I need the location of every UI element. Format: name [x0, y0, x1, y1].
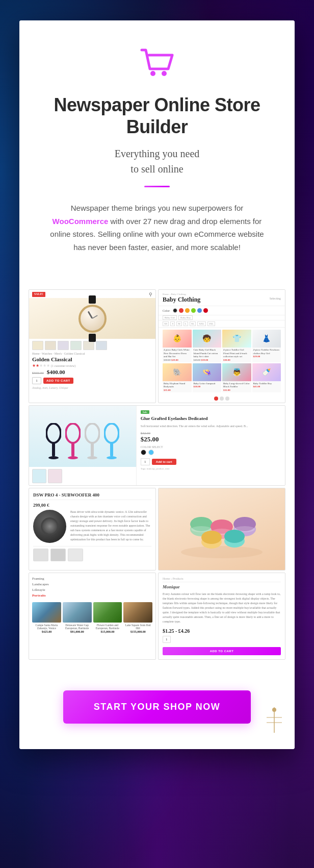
fan-product-title: Glue Grafted Eyelashes Dedicated	[141, 416, 281, 422]
clothing-item-3: 👕 4-piece Toddler Girl Floral Print and …	[222, 330, 251, 362]
svg-point-25	[201, 531, 222, 544]
size-boy[interactable]: Baby Boy	[178, 315, 193, 320]
filter-label: Color	[163, 309, 170, 312]
fan-color-swatches	[141, 450, 281, 455]
watch-strap-bottom	[89, 334, 96, 342]
svg-point-5	[66, 424, 80, 443]
size-option-s[interactable]: S	[170, 321, 175, 326]
sub-title: DSW PRO 4 - SUBWOOFER 400	[33, 492, 151, 500]
item-name-3: 4-piece Toddler Girl Floral Print and 4-…	[223, 349, 250, 359]
hero-subtitle: Everything you needto sell online	[40, 146, 274, 177]
color-filters[interactable]: Color	[159, 306, 285, 315]
cta-button[interactable]: START YOUR SHOP NOW	[63, 690, 251, 724]
size-option-m[interactable]: M	[176, 321, 181, 326]
price-display: $500.00 $400.00	[29, 369, 155, 377]
divider	[144, 186, 170, 187]
svg-rect-12	[110, 442, 113, 457]
subwoofer-screen: DSW PRO 4 - SUBWOOFER 400 299,00 € Bass …	[29, 488, 156, 571]
hero-description: Newspaper theme brings you new superpowe…	[45, 202, 269, 254]
svg-point-13	[107, 456, 117, 459]
item-image-3: 👕	[222, 330, 251, 348]
macarons-image	[159, 488, 285, 570]
page-dot-3[interactable]	[225, 396, 229, 401]
size-option-xl[interactable]: XL	[190, 321, 196, 326]
quantity-input[interactable]: 1	[32, 377, 41, 384]
quantity-row: 1 ADD TO CART	[29, 377, 155, 386]
item-name-7: Baby Long-sleeved Color Block Toddler	[223, 382, 250, 389]
np-quantity[interactable]: 1	[163, 636, 171, 643]
size-option-3xl[interactable]: 3XL	[207, 321, 215, 326]
painting-name-2: Delaware Water Gap Europeran, Bartinole	[63, 624, 92, 630]
screenshots-row-1: SALE! ⚲	[29, 289, 285, 403]
cat-portraits[interactable]: Portraits	[32, 593, 152, 599]
main-card: Newspaper Online Store Builder Everythin…	[19, 20, 295, 749]
item-price-3: $30.00	[223, 359, 250, 361]
clothing-item-5: 🐘 Baby Elephant Stand Bodysuits $35.00	[163, 363, 192, 392]
item-price-7: $32.00	[223, 389, 250, 391]
clothing-title-bar: Home › Baby Clothing Baby Clothing Selec…	[159, 290, 285, 306]
sale-badge: SALE!	[32, 292, 45, 297]
watch-thumb-4[interactable]	[70, 341, 82, 350]
woocommerce-link[interactable]: WooCommerce	[53, 217, 109, 226]
color-dot-6[interactable]	[203, 308, 208, 313]
swatch-black[interactable]	[141, 450, 146, 455]
cart-icon-wrapper	[40, 46, 274, 84]
add-to-cart-button[interactable]: ADD TO CART	[43, 378, 73, 384]
swatch-blue[interactable]	[148, 450, 154, 455]
item-name-4: 4-piece Toddler Newborn clothes Boy Girl	[253, 349, 280, 355]
watch-thumb-2[interactable]	[45, 341, 56, 350]
watch-thumb-5[interactable]	[83, 341, 94, 350]
fan-product-desc: Soft horizontal wind direction. The air …	[141, 424, 281, 428]
svg-point-11	[104, 424, 119, 443]
fan-add-cart[interactable]: Add to cart	[152, 459, 176, 465]
color-dot-2[interactable]	[179, 308, 184, 313]
svg-point-7	[68, 456, 78, 459]
filter-sizes: Baby Girl Baby Boy	[159, 315, 285, 320]
watch-thumb-1[interactable]	[32, 341, 43, 350]
breadcrumb: Home · Watches · Men's · Golden Classica…	[29, 352, 155, 355]
macarons-screen	[158, 488, 285, 571]
item-name-5: Baby Elephant Stand Bodysuits	[164, 382, 191, 389]
fans-details: Sale Glue Grafted Eyelashes Dedicated So…	[137, 406, 285, 485]
newspaper-product-screen: Home › Products Monique Every Autumn col…	[158, 573, 285, 660]
painting-name-4: Lake Square from Red Hill	[123, 624, 152, 630]
color-dot-1[interactable]	[173, 308, 177, 313]
cat-landscapes[interactable]: Landscapes	[32, 582, 152, 587]
item-info-2: Cute Baby Girl Black Island Panda Cat co…	[193, 348, 222, 362]
sub-thumb-3[interactable]	[68, 549, 83, 561]
np-add-to-cart[interactable]: ADD TO CART	[163, 647, 281, 655]
fan-quantity[interactable]: 1	[141, 458, 150, 465]
painting-categories: Framing Landscapes Liferayle Portraits	[32, 576, 152, 599]
color-dot-5[interactable]	[197, 308, 202, 313]
old-price: $500.00	[32, 371, 44, 375]
page-dot-2[interactable]	[220, 396, 224, 401]
size-option[interactable]: XS	[163, 321, 169, 326]
fans-images	[29, 406, 137, 485]
fan-thumb-1[interactable]	[32, 469, 46, 483]
cat-liferayle[interactable]: Liferayle	[32, 587, 152, 593]
size-option-xxl[interactable]: XXL	[197, 321, 205, 326]
color-dot-4[interactable]	[191, 308, 196, 313]
painting-img-1	[32, 602, 61, 623]
watch-thumb-6[interactable]	[96, 341, 107, 350]
painting-item-4: Lake Square from Red Hill $155,000.00	[123, 602, 152, 633]
fan-thumb-2[interactable]	[48, 469, 62, 483]
fan-dark	[46, 423, 61, 464]
item-image-6: 👒	[193, 363, 222, 381]
painting-price-4: $155,000.00	[123, 630, 152, 633]
size-option-l[interactable]: L	[184, 321, 188, 326]
item-price-2: $45.00 $39.00	[194, 359, 221, 361]
size-gender[interactable]: Baby Girl	[163, 315, 177, 320]
screenshots-row-4: Framing Landscapes Liferayle Portraits C…	[29, 573, 285, 660]
svg-point-27	[224, 530, 245, 543]
color-dot-3[interactable]	[185, 308, 190, 313]
cat-framing[interactable]: Framing	[32, 576, 152, 582]
painting-item-2: Delaware Water Gap Europeran, Bartinole …	[63, 602, 92, 633]
cart-icon	[137, 46, 177, 82]
sub-thumb-1[interactable]	[33, 549, 48, 561]
page-dot-1[interactable]	[214, 396, 218, 401]
watch-thumb-3[interactable]	[58, 341, 69, 350]
np-breadcrumb: Home › Products	[163, 577, 281, 582]
sub-thumb-2[interactable]	[50, 549, 66, 561]
new-price: $400.00	[47, 369, 65, 375]
